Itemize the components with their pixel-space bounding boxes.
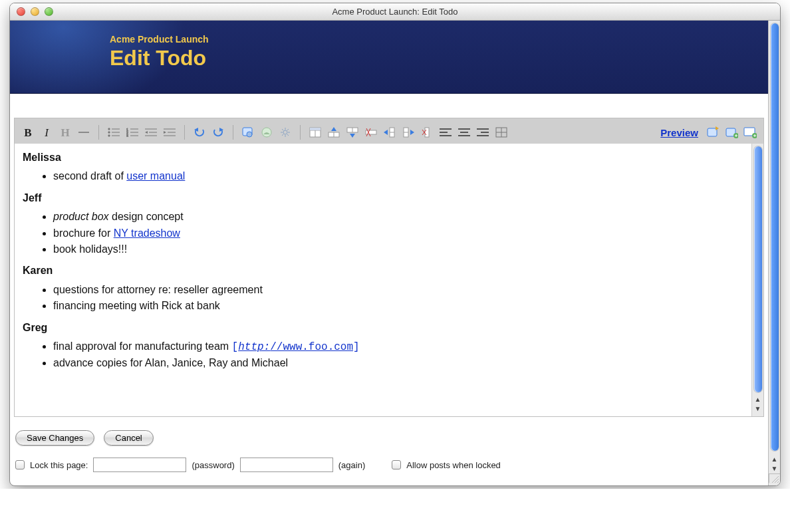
lock-password-input[interactable] [93,458,186,472]
svg-rect-53 [425,128,429,137]
svg-rect-37 [310,128,321,130]
add-section-button[interactable] [742,125,758,140]
svg-marker-19 [164,131,166,134]
table-props-icon [495,127,507,138]
close-window-button[interactable] [17,7,25,16]
scroll-thumb[interactable] [754,146,762,392]
preview-link[interactable]: Preview [660,127,698,138]
list-item: book holidays!!! [53,242,743,257]
todo-list: product box design concept brochure for … [23,209,743,257]
delete-column-button[interactable] [419,125,435,140]
svg-line-33 [287,129,289,130]
resize-grip[interactable] [769,473,780,483]
lock-page-checkbox[interactable] [15,460,25,469]
hr-icon [78,132,89,133]
window-scrollbar[interactable]: ▲ ▼ [768,21,780,485]
add-section-icon [743,126,757,138]
align-left-icon [440,128,452,137]
indent-button[interactable] [162,125,178,140]
insert-table-button[interactable] [307,125,323,140]
table-icon [309,127,321,138]
toolbar-separator [300,125,301,140]
col-left-icon [383,126,396,138]
add-widget-button[interactable] [724,125,739,140]
align-right-icon [477,128,489,137]
insert-row-below-button[interactable] [344,125,360,140]
inline-link[interactable]: user manual [126,170,185,182]
align-left-button[interactable] [438,125,454,140]
todo-list: final approval for manufacturing team [h… [23,339,743,371]
insert-column-right-button[interactable] [400,125,416,140]
svg-marker-52 [410,130,414,135]
svg-marker-40 [331,127,336,131]
list-item: final approval for manufacturing team [h… [53,339,743,354]
numbered-list-button[interactable]: 123 [124,125,140,140]
undo-icon [194,127,205,138]
heading-button[interactable]: H [57,125,73,140]
redo-button[interactable] [210,125,226,140]
section-heading: Jeff [23,191,743,205]
scroll-up-arrow[interactable]: ▲ [755,395,761,404]
editor-toolbar: B I H 123 [15,118,763,144]
list-item: second draft of user manual [53,169,743,184]
rich-text-editor: B I H 123 [14,118,764,417]
italic-button[interactable]: I [39,125,55,140]
minimize-window-button[interactable] [31,7,39,16]
todo-list: questions for attorney re: reseller agre… [23,283,743,314]
list-item: advance copies for Alan, Janice, Ray and… [53,356,743,370]
lock-password-confirm-input[interactable] [240,458,333,472]
table-properties-button[interactable] [493,125,509,140]
todo-list: second draft of user manual [23,169,743,184]
svg-point-23 [247,132,252,137]
fullscreen-button[interactable] [705,125,721,140]
delete-col-icon [420,126,434,138]
inline-url[interactable]: //www.foo.com [270,341,353,353]
insert-row-above-button[interactable] [326,125,342,140]
editor-scrollbar[interactable]: ▲ ▼ [751,144,763,416]
row-below-icon [346,126,359,138]
cancel-button[interactable]: Cancel [104,430,153,446]
lock-bar: Lock this page: (password) (again) Allow… [10,454,768,479]
page-title: Edit Todo [110,46,768,70]
section-heading: Melissa [23,150,743,165]
inline-link[interactable]: NY tradeshow [114,227,180,239]
align-center-button[interactable] [456,125,472,140]
row-above-icon [327,126,340,138]
editor-content[interactable]: Melissa second draft of user manual Jeff… [15,144,751,416]
svg-line-30 [282,129,283,130]
list-item: product box design concept [53,209,743,224]
insert-link-button[interactable] [240,125,256,140]
application-window: Acme Product Launch: Edit Todo Acme Prod… [9,3,781,486]
svg-rect-68 [708,128,717,136]
scroll-up-arrow[interactable]: ▲ [771,455,778,464]
scroll-down-arrow[interactable]: ▼ [755,404,761,414]
delete-row-icon [364,126,378,138]
banner-supertitle: Acme Product Launch [110,34,768,45]
section-heading: Karen [23,263,743,278]
scroll-thumb[interactable] [771,23,779,451]
allow-posts-label: Allow posts when locked [406,460,501,470]
save-button[interactable]: Save Changes [15,430,94,446]
scroll-down-arrow[interactable]: ▼ [771,464,778,473]
link-icon [241,126,255,138]
section-heading: Greg [23,321,743,335]
password-hint: (password) [192,460,234,470]
svg-text:3: 3 [126,134,128,137]
insert-attachment-button[interactable] [277,125,293,140]
form-actions: Save Changes Cancel [10,417,768,454]
zoom-window-button[interactable] [45,7,53,16]
indent-icon [164,128,176,137]
outdent-button[interactable] [143,125,159,140]
bullet-list-button[interactable] [106,125,122,140]
allow-posts-checkbox[interactable] [392,460,401,469]
insert-image-button[interactable] [259,125,275,140]
bold-button[interactable]: B [20,125,36,140]
align-right-button[interactable] [475,125,491,140]
insert-column-left-button[interactable] [382,125,398,140]
horizontal-rule-button[interactable] [76,125,92,140]
toolbar-separator [184,125,185,140]
delete-row-button[interactable] [363,125,379,140]
undo-button[interactable] [192,125,207,140]
inline-url[interactable]: http: [238,341,270,353]
numbered-list-icon: 123 [126,128,138,137]
